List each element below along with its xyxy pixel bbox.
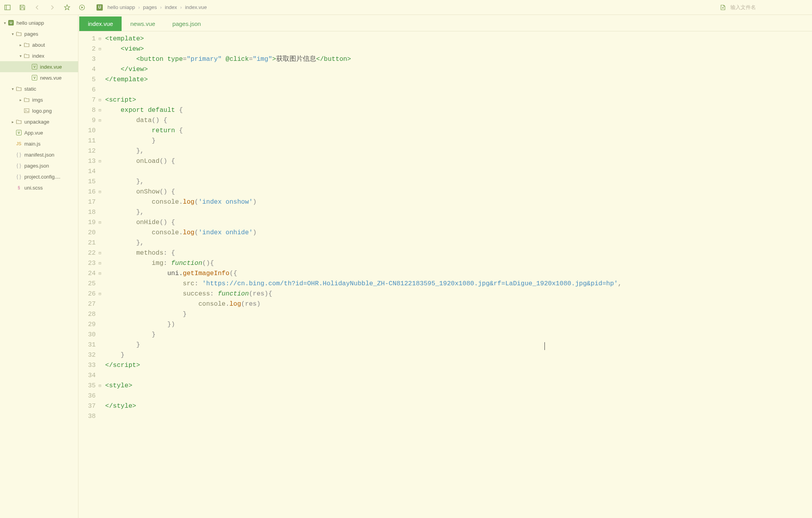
- code-line[interactable]: console.log('index onhide'): [105, 228, 812, 238]
- code-line[interactable]: <script>: [105, 95, 812, 105]
- fold-icon[interactable]: ⊟: [96, 217, 101, 228]
- code-editor[interactable]: 1⊟2⊟34567⊟8⊟9⊟10111213⊟141516⊟171819⊟202…: [78, 31, 812, 518]
- code-line[interactable]: [105, 411, 812, 421]
- tab-news-vue[interactable]: news.vue: [122, 16, 164, 31]
- tree-item-imgs[interactable]: ▸imgs: [0, 94, 78, 105]
- code-line[interactable]: </script>: [105, 360, 812, 370]
- tree-item-project-config----[interactable]: { }project.config....: [0, 171, 78, 182]
- fold-icon[interactable]: ⊟: [96, 381, 101, 391]
- code-line[interactable]: img: function(){: [105, 258, 812, 268]
- tree-item-uni-scss[interactable]: §uni.scss: [0, 182, 78, 193]
- code-line[interactable]: },: [105, 146, 812, 156]
- nav-back-icon[interactable]: [33, 3, 42, 12]
- fold-icon[interactable]: ⊟: [96, 289, 101, 299]
- tree-item-label: news.vue: [40, 75, 62, 81]
- fold-icon[interactable]: ⊟: [96, 44, 101, 54]
- chevron-icon[interactable]: ▾: [10, 32, 15, 36]
- tree-item-unpackage[interactable]: ▸unpackage: [0, 116, 78, 127]
- gutter-line: 32: [85, 350, 101, 360]
- breadcrumb-item-1[interactable]: pages: [143, 4, 157, 10]
- star-icon[interactable]: [63, 3, 71, 12]
- tree-item-static[interactable]: ▾static: [0, 83, 78, 94]
- code-line[interactable]: <view>: [105, 44, 812, 54]
- code-line[interactable]: data() {: [105, 115, 812, 126]
- tree-item-pages[interactable]: ▾pages: [0, 28, 78, 39]
- main-area: ▾Uhello uniapp▾pages▸about▾indexVindex.v…: [0, 15, 812, 518]
- breadcrumb-item-3[interactable]: index.vue: [185, 4, 207, 10]
- code-line[interactable]: console.log(res): [105, 299, 812, 309]
- tree-item-news-vue[interactable]: Vnews.vue: [0, 72, 78, 83]
- tree-item-index-vue[interactable]: Vindex.vue: [0, 61, 78, 72]
- fold-icon[interactable]: ⊟: [96, 187, 101, 197]
- tree-item-hello-uniapp[interactable]: ▾Uhello uniapp: [0, 17, 78, 28]
- code-line[interactable]: [105, 391, 812, 401]
- code-line[interactable]: <style>: [105, 381, 812, 391]
- code-line[interactable]: [105, 166, 812, 177]
- code-line[interactable]: }: [105, 340, 812, 350]
- code-line[interactable]: onLoad() {: [105, 156, 812, 166]
- tree-item-logo-png[interactable]: logo.png: [0, 105, 78, 116]
- fold-icon[interactable]: ⊟: [96, 115, 101, 126]
- fold-icon[interactable]: ⊟: [96, 248, 101, 258]
- code-line[interactable]: }: [105, 309, 812, 319]
- collapse-sidebar-icon[interactable]: [3, 3, 12, 12]
- fold-icon[interactable]: ⊟: [96, 258, 101, 268]
- code-line[interactable]: src: 'https://cn.bing.com/th?id=OHR.Holi…: [105, 279, 812, 289]
- code-line[interactable]: <template>: [105, 34, 812, 44]
- fold-icon[interactable]: ⊟: [96, 34, 101, 44]
- tree-item-about[interactable]: ▸about: [0, 39, 78, 50]
- code-line[interactable]: export default {: [105, 105, 812, 115]
- fold-icon[interactable]: ⊟: [96, 95, 101, 105]
- fold-icon[interactable]: ⊟: [96, 156, 101, 166]
- gutter-line: 37: [85, 401, 101, 411]
- tab-pages-json[interactable]: pages.json: [164, 16, 210, 31]
- code-line[interactable]: </view>: [105, 64, 812, 75]
- code-line[interactable]: methods: {: [105, 248, 812, 258]
- new-file-icon[interactable]: [719, 3, 727, 12]
- tree-item-manifest-json[interactable]: { }manifest.json: [0, 149, 78, 160]
- code-line[interactable]: [105, 370, 812, 381]
- breadcrumb-item-0[interactable]: hello uniapp: [107, 4, 135, 10]
- chevron-icon[interactable]: ▸: [18, 98, 23, 102]
- chevron-icon[interactable]: ▾: [2, 21, 7, 25]
- tree-item-index[interactable]: ▾index: [0, 50, 78, 61]
- save-icon[interactable]: [18, 3, 27, 12]
- code-line[interactable]: onShow() {: [105, 187, 812, 197]
- tab-index-vue[interactable]: index.vue: [79, 16, 122, 31]
- code-line[interactable]: }: [105, 136, 812, 146]
- chevron-icon[interactable]: ▾: [10, 87, 15, 91]
- code-line[interactable]: return {: [105, 126, 812, 136]
- code-line[interactable]: },: [105, 207, 812, 217]
- breadcrumb-item-2[interactable]: index: [165, 4, 177, 10]
- code-line[interactable]: }: [105, 350, 812, 360]
- code-line[interactable]: uni.getImageInfo({: [105, 268, 812, 279]
- code-line[interactable]: }): [105, 319, 812, 330]
- gutter-line: 20: [85, 228, 101, 238]
- search-input[interactable]: [730, 4, 809, 10]
- code-content[interactable]: <template> <view> <button type="primary"…: [103, 31, 812, 518]
- chevron-icon[interactable]: ▾: [18, 54, 23, 58]
- folder-icon: [16, 119, 22, 125]
- fold-icon[interactable]: ⊟: [96, 268, 101, 279]
- gutter-line: 5: [85, 75, 101, 85]
- gutter-line: 4: [85, 64, 101, 75]
- code-line[interactable]: [105, 85, 812, 95]
- tree-item-main-js[interactable]: JSmain.js: [0, 138, 78, 149]
- code-line[interactable]: }: [105, 330, 812, 340]
- vue-icon: V: [31, 64, 38, 70]
- fold-icon[interactable]: ⊟: [96, 105, 101, 115]
- code-line[interactable]: },: [105, 177, 812, 187]
- tree-item-pages-json[interactable]: { }pages.json: [0, 160, 78, 171]
- tree-item-App-vue[interactable]: VApp.vue: [0, 127, 78, 138]
- code-line[interactable]: <button type="primary" @click="img">获取图片…: [105, 54, 812, 64]
- code-line[interactable]: console.log('index onshow'): [105, 197, 812, 207]
- code-line[interactable]: success: function(res){: [105, 289, 812, 299]
- nav-forward-icon[interactable]: [48, 3, 56, 12]
- code-line[interactable]: </template>: [105, 75, 812, 85]
- chevron-icon[interactable]: ▸: [10, 120, 15, 124]
- code-line[interactable]: onHide() {: [105, 217, 812, 228]
- code-line[interactable]: </style>: [105, 401, 812, 411]
- run-icon[interactable]: [78, 3, 86, 12]
- code-line[interactable]: },: [105, 238, 812, 248]
- chevron-icon[interactable]: ▸: [18, 43, 23, 47]
